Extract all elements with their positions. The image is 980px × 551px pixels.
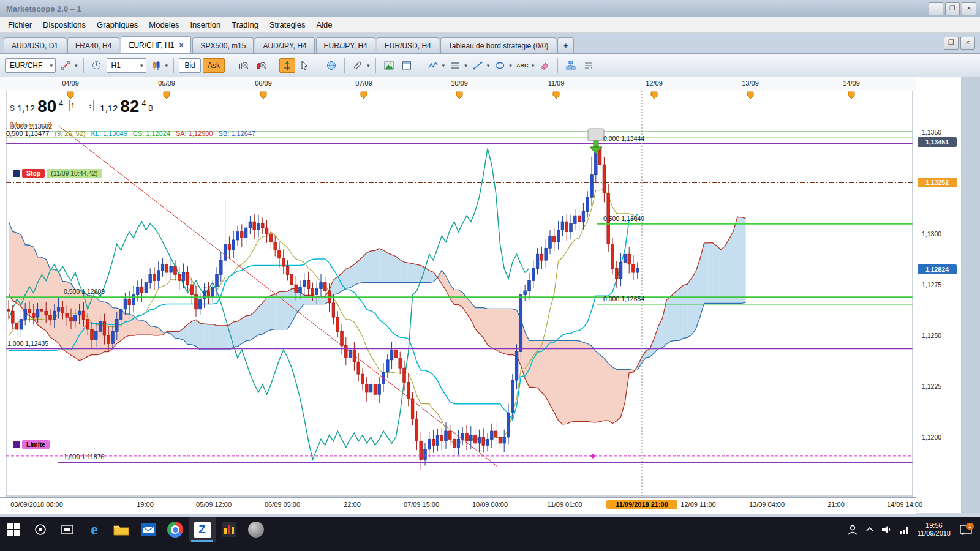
stop-time-badge: (11/09 10:44,42) [47, 169, 102, 178]
stop-badge[interactable]: Stop [22, 169, 45, 178]
taskbar-platform[interactable] [216, 517, 243, 542]
period-select[interactable]: H1▾ [107, 58, 146, 73]
stop-order-marker[interactable]: Stop (11/09 10:44,42) [13, 169, 102, 178]
action-center-button[interactable]: 1 [957, 520, 975, 539]
legend-item: SB: 1,12647 [219, 130, 256, 137]
zoom-in-button[interactable] [253, 58, 269, 73]
zoom-out-button[interactable] [235, 58, 251, 73]
sell-price-big[interactable]: 80 [37, 98, 56, 115]
sell-price-int[interactable]: 1,12 [17, 103, 35, 113]
chevron-down-icon[interactable]: ▾ [165, 62, 168, 69]
pointer-button[interactable] [297, 58, 313, 73]
taskbar-sphere-app[interactable] [243, 517, 270, 542]
price-chart[interactable]: 0,000 1,135020,000 1,134440,500 1,130490… [0, 77, 916, 513]
network-icon[interactable] [899, 524, 911, 535]
tab-eur-usd-h4[interactable]: EUR/USD, H4 [377, 37, 439, 53]
chevron-down-icon[interactable]: ▾ [367, 62, 370, 69]
trendline-button[interactable] [470, 58, 486, 73]
tab-fra40-h4[interactable]: FRA40, H4 [67, 37, 119, 53]
legend-item: KL: 1,13049 [91, 130, 127, 137]
menu-graphiques[interactable]: Graphiques [91, 18, 143, 32]
menu-trading[interactable]: Trading [226, 18, 264, 32]
zigzag-button[interactable] [425, 58, 441, 73]
tab-aud-jpy-h4[interactable]: AUD/JPY, H4 [255, 37, 314, 53]
attach-button[interactable] [350, 58, 366, 73]
windows-logo-icon [7, 523, 20, 536]
crosshair-button[interactable] [279, 58, 295, 73]
limit-badge[interactable]: Limite [22, 440, 50, 449]
quote-panel: S 1,12 80 4 ▲▼ 1,12 82 4 B [10, 98, 153, 115]
menu-strategies[interactable]: Strategies [264, 18, 311, 32]
menu-aide[interactable]: Aide [311, 18, 338, 32]
chevron-down-icon[interactable]: ▾ [75, 62, 78, 69]
chevron-down-icon[interactable]: ▾ [442, 62, 445, 69]
chart-type-button[interactable] [148, 58, 164, 73]
levels-button[interactable] [447, 58, 463, 73]
tab-spx500-m15[interactable]: SPX500, m15 [192, 37, 254, 53]
search-button[interactable] [27, 517, 54, 542]
chevron-down-icon[interactable]: ▾ [509, 62, 512, 69]
taskbar-chrome[interactable] [162, 517, 189, 542]
chevron-down-icon[interactable]: ▾ [532, 62, 535, 69]
task-view-button[interactable] [54, 517, 81, 542]
close-button[interactable]: × [962, 2, 976, 15]
limit-order-marker[interactable]: Limite [13, 440, 50, 449]
start-button[interactable] [0, 517, 27, 542]
minimize-button[interactable]: – [929, 2, 943, 15]
eraser-button[interactable] [537, 58, 552, 73]
tab-eur-chf-h1[interactable]: EUR/CHF, H1× [121, 36, 191, 53]
tabgroup-restore-button[interactable]: ❐ [944, 37, 959, 50]
time-axis[interactable]: 03/09/2018 08:0019:0005/09 12:0006/09 05… [0, 497, 916, 514]
volume-icon[interactable] [881, 524, 893, 535]
date-label: 05/09 [151, 80, 182, 87]
taskbar-edge[interactable]: e [81, 517, 108, 542]
price-axis[interactable]: 1,13501,13251,13001,12751,12501,12251,12… [916, 77, 961, 513]
menu-fichier[interactable]: Fichier [2, 18, 37, 32]
taskbar-trading-station-active[interactable]: Z [189, 517, 216, 542]
buy-price-int[interactable]: 1,12 [100, 103, 118, 113]
zigzag-icon [428, 61, 438, 70]
ellipse-button[interactable] [492, 58, 508, 73]
frame-button[interactable] [399, 58, 415, 73]
symbol-select[interactable]: EUR/CHF▾ [5, 58, 56, 73]
window-edge [961, 77, 980, 513]
tabgroup-close-button[interactable]: × [960, 37, 975, 50]
taskbar-clock[interactable]: 19:56 11/09/2018 [918, 522, 951, 538]
amount-input[interactable] [70, 102, 88, 110]
menu-dispositions[interactable]: Dispositions [37, 18, 91, 32]
title-bar[interactable]: Marketscope 2.0 – 1 – ❐ × [0, 0, 980, 18]
menu-insertion[interactable]: Insertion [184, 18, 226, 32]
svg-text:0,000 1,12654: 0,000 1,12654 [603, 295, 644, 302]
tab-eur-jpy-h4[interactable]: EUR/JPY, H4 [316, 37, 375, 53]
tray-expand-icon[interactable] [865, 525, 875, 534]
time-label: 14/09 14:00 [869, 501, 940, 508]
options-button[interactable] [581, 58, 597, 73]
insert-image-button[interactable] [381, 58, 397, 73]
buy-price-big[interactable]: 82 [120, 98, 139, 115]
menu-modeles[interactable]: Modeles [143, 18, 184, 32]
strategy-button[interactable] [563, 58, 579, 73]
indicator-legend: 0,500 1,13477(9, 26, 52)KL: 1,13049CS: 1… [6, 130, 261, 137]
ask-button[interactable]: Ask [203, 58, 225, 73]
text-tool-button[interactable]: ABC [514, 58, 530, 73]
legend-item: 0,500 1,13477 [6, 130, 49, 137]
bid-button[interactable]: Bid [179, 58, 201, 73]
taskbar-file-explorer[interactable] [108, 517, 135, 542]
chart-window[interactable]: 0,000 1,135020,000 1,134440,500 1,130490… [0, 77, 980, 513]
people-icon[interactable] [846, 523, 859, 536]
taskbar-mail[interactable] [135, 517, 162, 542]
amount-stepper[interactable]: ▲▼ [69, 100, 94, 111]
sessions-button[interactable] [323, 58, 339, 73]
tab-aud-usd-d1[interactable]: AUD/USD, D1 [4, 37, 66, 53]
tab-label: Tableau de bord strategie (0/0) [448, 42, 548, 50]
spinner-icons[interactable]: ▲▼ [89, 103, 92, 108]
quote-mode-button[interactable] [58, 58, 74, 73]
clock-icon-button[interactable] [89, 58, 105, 73]
tab-tableau-de-bord-strategie-0-0-[interactable]: Tableau de bord strategie (0/0) [440, 37, 556, 53]
chevron-down-icon[interactable]: ▾ [487, 62, 490, 69]
tab-label: FRA40, H4 [75, 42, 111, 50]
add-tab-button[interactable]: + [557, 37, 574, 53]
tab-close-icon[interactable]: × [179, 41, 183, 50]
chevron-down-icon[interactable]: ▾ [464, 62, 467, 69]
maximize-button[interactable]: ❐ [945, 2, 960, 15]
